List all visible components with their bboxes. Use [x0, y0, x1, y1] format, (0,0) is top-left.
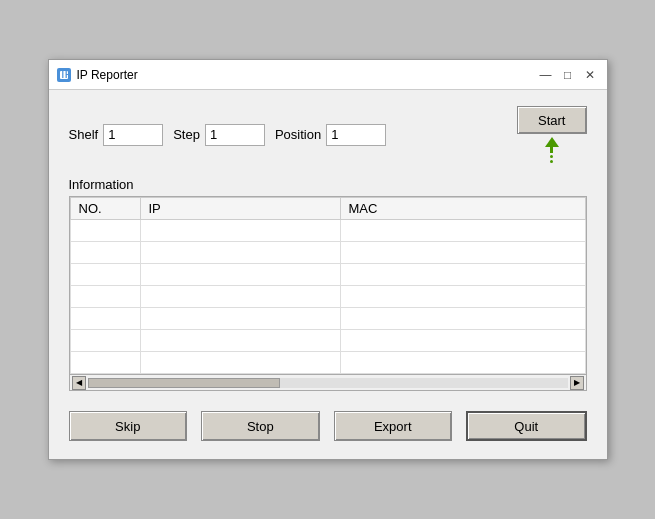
shelf-group: Shelf [69, 124, 164, 146]
col-header-ip: IP [140, 198, 340, 220]
start-button[interactable]: Start [517, 106, 586, 134]
cell-no [70, 352, 140, 374]
window-content: Shelf Step Position Start [49, 90, 607, 459]
cell-mac [340, 242, 585, 264]
position-group: Position [275, 124, 386, 146]
table-row [70, 242, 585, 264]
quit-button[interactable]: Quit [466, 411, 587, 441]
scroll-track[interactable] [88, 378, 568, 388]
table-row [70, 330, 585, 352]
cell-no [70, 242, 140, 264]
main-window: IP IP Reporter — □ ✕ Shelf Step Position [48, 59, 608, 460]
position-input[interactable] [326, 124, 386, 146]
arrow-up-icon [545, 137, 559, 147]
position-label: Position [275, 127, 321, 142]
information-section: Information NO. IP MAC [69, 177, 587, 391]
cell-no [70, 264, 140, 286]
step-label: Step [173, 127, 200, 142]
title-bar-left: IP IP Reporter [57, 68, 138, 82]
step-group: Step [173, 124, 265, 146]
bottom-buttons: Skip Stop Export Quit [69, 405, 587, 445]
shelf-input[interactable] [103, 124, 163, 146]
cell-ip [140, 220, 340, 242]
start-wrapper: Start [517, 106, 586, 163]
app-icon: IP [57, 68, 71, 82]
cell-no [70, 308, 140, 330]
svg-text:IP: IP [61, 70, 69, 80]
cell-mac [340, 352, 585, 374]
col-header-no: NO. [70, 198, 140, 220]
table-container: NO. IP MAC [69, 196, 587, 375]
maximize-button[interactable]: □ [559, 66, 577, 84]
scroll-right-arrow[interactable]: ▶ [570, 376, 584, 390]
cell-ip [140, 308, 340, 330]
arrow-stem [550, 147, 553, 153]
table-row [70, 308, 585, 330]
cell-mac [340, 220, 585, 242]
cell-ip [140, 330, 340, 352]
col-header-mac: MAC [340, 198, 585, 220]
table-row [70, 220, 585, 242]
cell-ip [140, 352, 340, 374]
cell-no [70, 330, 140, 352]
table-header-row: NO. IP MAC [70, 198, 585, 220]
cell-ip [140, 264, 340, 286]
step-input[interactable] [205, 124, 265, 146]
scroll-left-arrow[interactable]: ◀ [72, 376, 86, 390]
export-button[interactable]: Export [334, 411, 453, 441]
dot-2 [550, 160, 553, 163]
cell-mac [340, 330, 585, 352]
close-button[interactable]: ✕ [581, 66, 599, 84]
skip-button[interactable]: Skip [69, 411, 188, 441]
stop-button[interactable]: Stop [201, 411, 320, 441]
table-row [70, 286, 585, 308]
arrow-dots [550, 155, 553, 163]
cell-no [70, 286, 140, 308]
cell-mac [340, 264, 585, 286]
minimize-button[interactable]: — [537, 66, 555, 84]
arrow-indicator [545, 137, 559, 163]
dot-1 [550, 155, 553, 158]
table-row [70, 352, 585, 374]
title-bar: IP IP Reporter — □ ✕ [49, 60, 607, 90]
horizontal-scrollbar[interactable]: ◀ ▶ [69, 375, 587, 391]
top-row: Shelf Step Position Start [69, 106, 587, 163]
cell-ip [140, 242, 340, 264]
cell-no [70, 220, 140, 242]
table-row [70, 264, 585, 286]
info-table: NO. IP MAC [70, 197, 586, 374]
cell-mac [340, 308, 585, 330]
information-label: Information [69, 177, 587, 192]
window-title: IP Reporter [77, 68, 138, 82]
cell-mac [340, 286, 585, 308]
scroll-thumb[interactable] [88, 378, 280, 388]
shelf-label: Shelf [69, 127, 99, 142]
cell-ip [140, 286, 340, 308]
title-controls: — □ ✕ [537, 66, 599, 84]
